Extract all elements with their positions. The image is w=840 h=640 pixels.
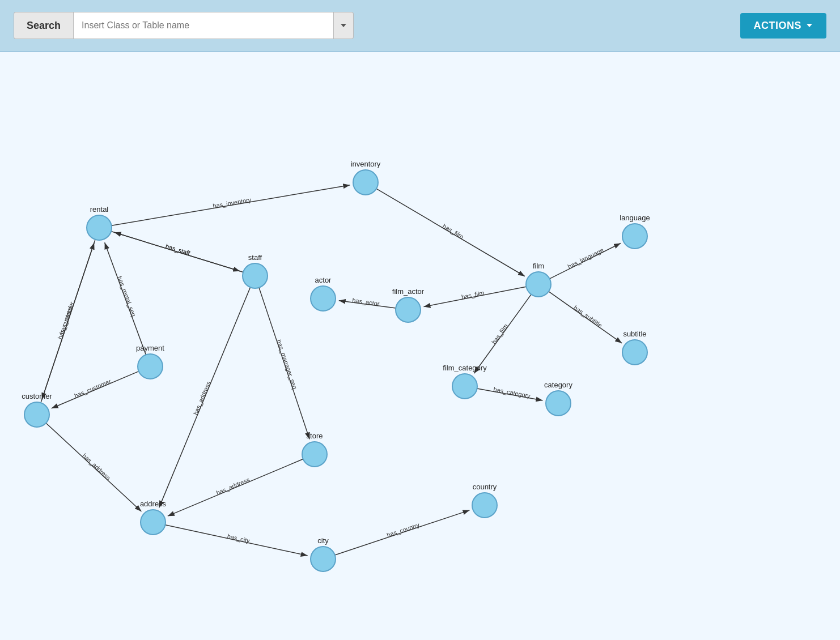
graph-node[interactable]: actor [311, 276, 336, 311]
svg-marker-1 [807, 24, 812, 27]
edge-label: has_customer [73, 378, 112, 399]
graph-svg[interactable]: has_inventoryhas_filmhas_staffhas_staffh… [0, 52, 840, 640]
graph-node[interactable]: film_actor [392, 287, 425, 322]
node-circle [452, 374, 477, 399]
node-circle [243, 263, 268, 288]
node-circle [622, 224, 647, 249]
edge-label: has_rental_seq [116, 275, 137, 318]
edge-label: has_address [192, 380, 212, 416]
node-circle [396, 297, 421, 322]
edge-label: has_address [81, 452, 112, 481]
node-label: staff [248, 253, 262, 262]
graph-node[interactable]: country [472, 483, 497, 518]
node-label: country [473, 483, 497, 491]
edge-label: has_film [490, 323, 510, 345]
node-label: store [307, 432, 323, 440]
node-circle [24, 402, 49, 427]
node-circle [311, 286, 336, 311]
node-label: subtitle [623, 330, 646, 338]
node-circle [546, 391, 571, 416]
node-circle [622, 340, 647, 365]
graph-node[interactable]: staff [243, 253, 268, 288]
graph-node[interactable]: store [302, 432, 327, 467]
graph-container: has_inventoryhas_filmhas_staffhas_staffh… [0, 52, 840, 640]
node-circle [302, 442, 327, 467]
node-circle [141, 510, 166, 535]
node-label: inventory [351, 160, 381, 168]
node-label: payment [136, 344, 164, 352]
node-label: customer [22, 392, 52, 400]
graph-node[interactable]: subtitle [622, 330, 647, 365]
edge-label: has_manager_seq [275, 339, 298, 390]
node-circle [87, 215, 112, 240]
graph-node[interactable]: language [620, 214, 650, 249]
search-input[interactable] [73, 12, 334, 39]
graph-node[interactable]: category [544, 381, 572, 416]
node-circle [311, 547, 336, 571]
node-circle [472, 493, 497, 518]
edge-label: has_address [215, 476, 251, 496]
actions-label: ACTIONS [754, 20, 802, 32]
graph-node[interactable]: film [526, 262, 551, 297]
edge-label: has_rental [58, 305, 74, 335]
node-label: address [140, 500, 167, 508]
edge-label: has_film [461, 289, 485, 301]
graph-node[interactable]: film_category [443, 364, 487, 399]
edge-label: has_inventory [213, 196, 252, 209]
node-label: language [620, 214, 650, 222]
edge-label: has_city [227, 532, 251, 544]
graph-node[interactable]: customer [22, 392, 52, 427]
node-label: city [317, 536, 329, 545]
node-label: film [533, 262, 544, 270]
node-label: rental [90, 205, 109, 214]
graph-node[interactable]: rental [87, 205, 112, 240]
graph-node[interactable]: inventory [351, 160, 381, 195]
graph-node[interactable]: address [140, 500, 167, 535]
node-label: category [544, 381, 572, 389]
svg-marker-0 [341, 24, 346, 27]
node-circle [138, 354, 163, 379]
node-circle [526, 272, 551, 297]
search-dropdown-button[interactable] [334, 12, 354, 39]
actions-button[interactable]: ACTIONS [740, 13, 827, 39]
node-circle [353, 170, 378, 195]
edge-label: has_actor [352, 297, 380, 307]
node-label: film_actor [392, 287, 425, 296]
edge-label: has_country [386, 521, 421, 538]
edge-label: has_category [493, 386, 532, 399]
search-button[interactable]: Search [14, 12, 73, 39]
edge-label: has_film [442, 223, 465, 240]
edge-label: has_subtitle [572, 304, 604, 329]
toolbar: Search ACTIONS [0, 0, 840, 52]
graph-node[interactable]: city [311, 536, 336, 571]
edge-label: has_staff [165, 242, 192, 257]
node-label: film_category [443, 364, 487, 372]
edge-label: has_language [567, 246, 605, 270]
graph-node[interactable]: payment [136, 344, 164, 379]
node-label: actor [315, 276, 332, 284]
